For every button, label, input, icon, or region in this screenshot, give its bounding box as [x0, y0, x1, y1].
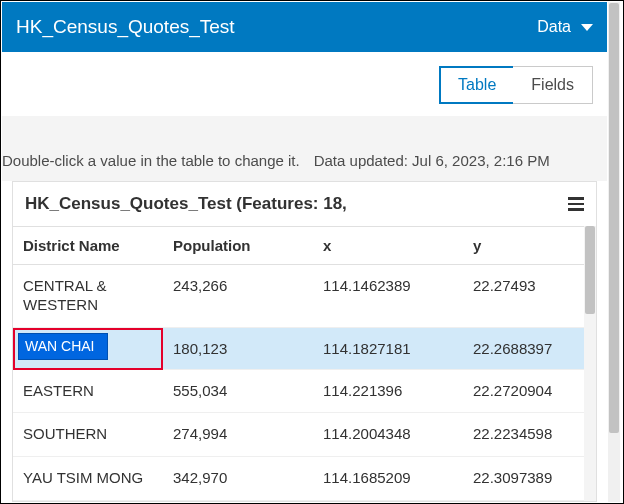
cell-x[interactable]: 114.1827181 — [313, 328, 463, 370]
grid-scrollbar[interactable] — [584, 226, 596, 501]
grid-scrollbar-thumb[interactable] — [585, 226, 595, 314]
cell-population[interactable]: 243,266 — [163, 265, 313, 328]
cell-y[interactable]: 22.2234598 — [463, 413, 596, 457]
cell-x[interactable]: 114.1685209 — [313, 457, 463, 501]
hint-bar: Double-click a value in the table to cha… — [2, 116, 607, 181]
cell-y[interactable]: 22.3097389 — [463, 457, 596, 501]
window-scrollbar[interactable] — [608, 2, 620, 502]
cell-x[interactable]: 114.2004348 — [313, 413, 463, 457]
district-edit-input[interactable]: WAN CHAI — [18, 333, 108, 361]
data-dropdown-label: Data — [537, 18, 571, 36]
cell-population[interactable]: 555,034 — [163, 370, 313, 414]
window-scrollbar-thumb[interactable] — [609, 3, 619, 433]
cell-y[interactable]: 22.2688397 — [463, 328, 596, 370]
edit-hint: Double-click a value in the table to cha… — [2, 152, 300, 169]
table-title-bar: HK_Census_Quotes_Test (Features: 18, — [13, 182, 596, 226]
cell-district-editing[interactable]: WAN CHAI — [13, 328, 163, 370]
cell-population[interactable]: 180,123 — [163, 328, 313, 370]
cell-y[interactable]: 22.2720904 — [463, 370, 596, 414]
cell-x[interactable]: 114.221396 — [313, 370, 463, 414]
col-header-y[interactable]: y — [463, 226, 596, 265]
chevron-down-icon — [581, 24, 593, 31]
cell-district[interactable]: CENTRAL & WESTERN — [13, 265, 163, 328]
col-header-district[interactable]: District Name — [13, 226, 163, 265]
cell-population[interactable]: 274,994 — [163, 413, 313, 457]
col-header-population[interactable]: Population — [163, 226, 313, 265]
table-title: HK_Census_Quotes_Test (Features: 18, — [25, 194, 347, 214]
cell-district[interactable]: EASTERN — [13, 370, 163, 414]
table-panel: HK_Census_Quotes_Test (Features: 18, Dis… — [12, 181, 597, 502]
view-tabs: Table Fields — [2, 52, 607, 116]
tab-table[interactable]: Table — [439, 66, 513, 104]
cell-district[interactable]: SOUTHERN — [13, 413, 163, 457]
cell-district[interactable]: YAU TSIM MONG — [13, 457, 163, 501]
header-bar: HK_Census_Quotes_Test Data — [2, 2, 607, 52]
page-title: HK_Census_Quotes_Test — [16, 16, 235, 38]
col-header-x[interactable]: x — [313, 226, 463, 265]
data-grid: District Name Population x y CENTRAL & W… — [13, 226, 596, 501]
cell-x[interactable]: 114.1462389 — [313, 265, 463, 328]
hamburger-icon[interactable] — [568, 197, 584, 211]
data-dropdown[interactable]: Data — [537, 18, 593, 36]
cell-population[interactable]: 342,970 — [163, 457, 313, 501]
cell-y[interactable]: 22.27493 — [463, 265, 596, 328]
tab-fields[interactable]: Fields — [513, 66, 593, 104]
updated-hint: Data updated: Jul 6, 2023, 2:16 PM — [314, 152, 550, 169]
